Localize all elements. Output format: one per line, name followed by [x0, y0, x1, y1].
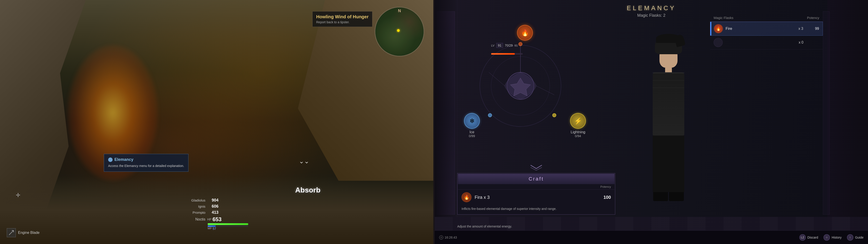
element-node-lightning[interactable]: ⚡ Lightning 0/94: [570, 113, 586, 138]
craft-box: Craft Potency 🔥 Fira x 3 100 Inflicts fi…: [457, 173, 615, 215]
noctis-hp-value: 653: [212, 216, 221, 222]
flask-table-header: Magic Flasks Potency: [710, 16, 823, 22]
party-member-row: Ignis 606: [185, 204, 248, 209]
svg-point-2: [110, 160, 111, 160]
craft-potency-label: Potency: [600, 185, 611, 188]
noctis-hp-bar: [208, 223, 248, 225]
quest-title: Howling Wind of Hunger: [316, 14, 369, 20]
element-node-ice[interactable]: ❄ Ice 0/99: [464, 113, 480, 138]
minimap-player-dot: [397, 29, 400, 32]
time-value: 16:26:43: [444, 236, 457, 239]
flask-empty-icon: [714, 38, 723, 47]
svg-point-12: [553, 113, 556, 117]
l2-button: L2: [799, 234, 806, 241]
noctis-hair: [655, 36, 682, 54]
element-wheel: 🔥 ❄ Ice 0/99 ⚡ Lightning 0/94 LV 91 70/2…: [457, 18, 593, 165]
flask-col-magic-flasks: Magic Flasks: [714, 16, 734, 20]
time-display: ⊙ 16:26:43: [439, 236, 457, 240]
flask-empty-count: x 0: [799, 40, 803, 45]
noctis-right-leg: [669, 136, 683, 192]
fire-cap-bar-container: [491, 53, 523, 55]
noctis-row: Noctis HP 653: [185, 216, 248, 222]
craft-item-row[interactable]: 🔥 Fira x 3 100: [458, 190, 615, 205]
elemancy-tooltip-icon: [108, 158, 113, 162]
elemancy-tooltip-text: Access the Elemancy menu for a detailed …: [108, 164, 184, 168]
weapon-name: Engine Blade: [18, 231, 39, 235]
flask-row-fire[interactable]: 🔥 Fire x 3 99: [710, 22, 823, 36]
party-member-hp: 606: [207, 204, 218, 209]
noctis-hp-bar-container: [208, 223, 248, 225]
control-guide[interactable]: ↑ Guide: [847, 234, 864, 241]
party-list: Gladiolus 904 Ignis 606 Prompto 413: [185, 198, 248, 215]
up-button: ↑: [847, 234, 853, 241]
craft-item-potency: 100: [603, 195, 611, 200]
elemancy-tooltip-header: Elemancy: [108, 157, 184, 162]
noctis-mp-value: 57: [213, 227, 216, 231]
control-history[interactable]: ○ History: [824, 234, 842, 241]
party-member-row: Gladiolus 904: [185, 198, 248, 202]
flask-col-potency: Potency: [807, 16, 819, 20]
noctis-body: [646, 36, 691, 194]
noctis-hp-label: HP: [207, 218, 212, 221]
party-member-row: Prompto 413: [185, 210, 248, 215]
right-deco-left: [435, 0, 457, 244]
flask-row-empty[interactable]: x 0: [710, 36, 823, 50]
flask-fire-potency: 99: [810, 27, 819, 31]
noctis-boots: [653, 192, 684, 201]
noctis-left-boot: [653, 192, 668, 201]
craft-description: Inflicts fire-based elemental damage of …: [458, 205, 615, 214]
discard-label: Discard: [807, 236, 818, 239]
noctis-left-leg: [653, 136, 668, 192]
svg-line-3: [9, 231, 13, 235]
element-node-fire[interactable]: 🔥: [517, 25, 533, 40]
weapon-icon: [7, 228, 16, 237]
noctis-mp-label: MP: [208, 227, 212, 231]
flask-fire-count: x 3: [799, 27, 803, 31]
craft-title: Craft: [529, 176, 544, 182]
wall-panel-right-deco: [823, 11, 830, 215]
craft-subheader: Potency: [458, 184, 615, 190]
noctis-name: Noctis: [185, 217, 206, 221]
fire-element-icon: 🔥: [517, 25, 533, 40]
history-label: History: [832, 236, 842, 239]
quest-subtitle: Report back to a tipster.: [316, 20, 369, 24]
party-member-name: Ignis: [185, 205, 206, 208]
svg-point-7: [491, 56, 550, 115]
elemancy-hint-tooltip: Elemancy Access the Elemancy menu for a …: [104, 154, 188, 172]
fire-cap-bar: [491, 53, 515, 55]
noctis-right-boot: [669, 192, 684, 201]
lightning-element-icon: ⚡: [570, 113, 586, 129]
craft-item-name: Fira x 3: [475, 195, 603, 200]
elemancy-panel: ELEMANCY Magic Flasks: 2 🔥 ❄: [435, 0, 868, 244]
craft-section: Craft Potency 🔥 Fira x 3 100 Inflicts fi…: [457, 164, 615, 215]
weapon-indicator: Engine Blade: [7, 228, 39, 237]
crosshair-icon: ✛: [16, 192, 23, 199]
party-member-hp: 413: [207, 210, 218, 215]
fire-level: 91: [496, 43, 503, 48]
right-deco-right: [827, 0, 868, 244]
elemancy-tooltip-title: Elemancy: [115, 157, 133, 162]
party-member-name: Gladiolus: [185, 198, 206, 202]
minimap: N: [375, 7, 424, 56]
flask-fire-icon: 🔥: [714, 24, 723, 33]
clock-icon: ⊙: [439, 236, 443, 240]
party-member-hp: 904: [207, 198, 218, 202]
chevron-icon: ⌄⌄: [299, 158, 309, 165]
chevron-indicator: ⌄⌄: [299, 158, 309, 165]
craft-header: Craft: [458, 174, 615, 184]
svg-point-8: [507, 72, 534, 100]
action-text: Absorb: [295, 186, 320, 194]
ice-element-icon: ❄: [464, 113, 480, 129]
guide-label: Guide: [855, 236, 864, 239]
noctis-mp-row: MP 57: [208, 227, 248, 231]
fire-extra-level: 91: [515, 44, 518, 47]
svg-point-6: [480, 45, 561, 127]
bottom-controls: L2 Discard ○ History ↑ Guide: [799, 234, 864, 241]
noctis-legs: [653, 136, 684, 192]
bottom-bar: ⊙ 16:26:43 L2 Discard ○ History ↑ Guide: [435, 231, 868, 244]
game-viewport: N Howling Wind of Hunger Report back to …: [0, 0, 433, 244]
circle-button: ○: [824, 234, 830, 241]
fire-capacity: 70/29: [505, 44, 513, 47]
selected-bar: [710, 22, 711, 35]
control-discard[interactable]: L2 Discard: [799, 234, 818, 241]
